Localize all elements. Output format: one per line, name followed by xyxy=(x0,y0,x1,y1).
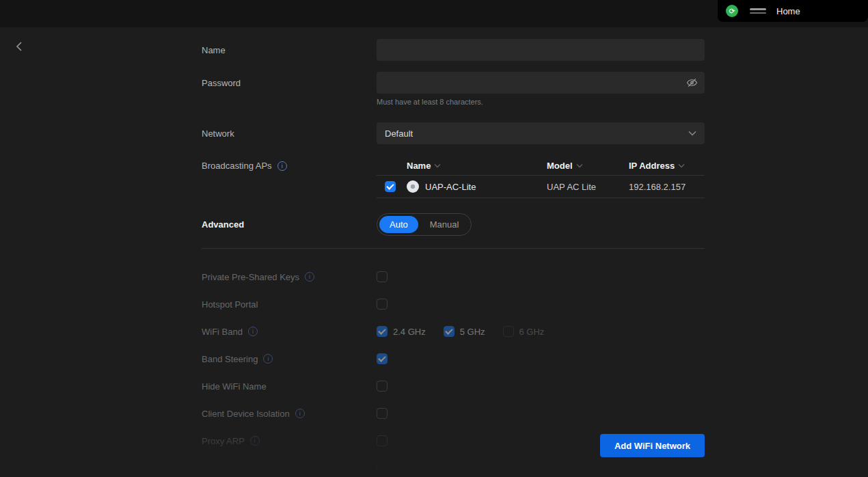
broadcasting-aps-label: Broadcasting APs xyxy=(202,161,272,171)
add-wifi-network-button[interactable]: Add WiFi Network xyxy=(600,434,705,457)
band-5ghz-checkbox[interactable] xyxy=(444,326,455,337)
name-label: Name xyxy=(202,45,226,55)
band-steering-checkbox[interactable] xyxy=(377,353,388,364)
band-5ghz: 5 GHz xyxy=(444,326,485,337)
private-psk-checkbox[interactable] xyxy=(377,271,388,282)
password-input[interactable] xyxy=(377,72,705,94)
wifi-band-options: 2.4 GHz 5 GHz 6 GHz xyxy=(377,326,562,337)
toggle-label: Hotspot Portal xyxy=(202,299,258,310)
ap-name: UAP-AC-Lite xyxy=(425,182,476,192)
password-hint: Must have at least 8 characters. xyxy=(377,98,705,106)
password-label: Password xyxy=(202,78,241,88)
access-point-icon xyxy=(407,180,419,193)
toggle-row-wifi-band: WiFi Band i 2.4 GHz 5 GHz 6 GHz xyxy=(202,318,705,345)
toggle-label: WiFi Band xyxy=(202,327,243,337)
sort-chevron-icon xyxy=(434,163,441,168)
info-icon[interactable]: i xyxy=(295,409,305,418)
info-icon[interactable]: i xyxy=(305,272,314,282)
partial-row-checkbox[interactable] xyxy=(377,463,388,474)
ap-ip-address: 192.168.2.157 xyxy=(629,182,686,192)
advanced-row: Advanced Auto Manual xyxy=(202,212,705,236)
toggle-label: Band Steering xyxy=(202,354,258,364)
info-icon[interactable]: i xyxy=(277,161,287,171)
ap-model: UAP AC Lite xyxy=(547,182,596,192)
client-isolation-checkbox[interactable] xyxy=(377,408,388,419)
back-button[interactable] xyxy=(12,38,27,57)
hotspot-portal-checkbox[interactable] xyxy=(377,299,388,310)
info-icon[interactable]: i xyxy=(250,436,260,446)
toggle-label: Proxy ARP xyxy=(202,436,245,446)
info-icon[interactable]: i xyxy=(248,327,258,336)
advanced-manual-option[interactable]: Manual xyxy=(420,216,470,233)
name-input[interactable] xyxy=(377,39,705,61)
wifi-network-form: Name Password xyxy=(202,39,705,477)
band-24ghz: 2.4 GHz xyxy=(377,326,426,337)
settings-content: Name Password xyxy=(0,27,868,477)
advanced-label: Advanced xyxy=(202,219,244,230)
console-switcher[interactable]: ⟳ Home xyxy=(718,0,868,22)
console-device-icon xyxy=(749,8,767,14)
toggle-label: Client Device Isolation xyxy=(202,409,290,419)
sort-chevron-icon xyxy=(576,163,583,168)
ap-table-header: Name Model xyxy=(377,156,705,176)
toggle-row-band-steering: Band Steering i xyxy=(202,345,705,372)
toggle-label: Private Pre-Shared Keys xyxy=(202,272,299,282)
toggle-row-partial xyxy=(202,454,705,477)
info-icon[interactable]: i xyxy=(263,354,273,364)
toggle-row-client-isolation: Client Device Isolation i xyxy=(202,400,705,427)
chevron-down-icon xyxy=(688,131,696,136)
network-row: Network Default xyxy=(202,122,705,144)
band-6ghz-checkbox[interactable] xyxy=(503,326,514,337)
ap-row-checkbox[interactable] xyxy=(385,181,396,192)
ap-table: Name Model xyxy=(377,156,705,198)
band-6ghz: 6 GHz xyxy=(503,326,545,337)
hide-wifi-name-checkbox[interactable] xyxy=(377,381,388,392)
console-name: Home xyxy=(776,6,800,16)
sort-chevron-icon xyxy=(678,163,685,168)
proxy-arp-checkbox[interactable] xyxy=(377,435,388,446)
network-select[interactable]: Default xyxy=(377,122,705,144)
advanced-mode-segmented-control: Auto Manual xyxy=(377,213,472,236)
column-header-ip-address[interactable]: IP Address xyxy=(629,161,705,171)
password-row: Password xyxy=(202,72,705,94)
band-24ghz-checkbox[interactable] xyxy=(377,326,388,337)
band-label: 5 GHz xyxy=(460,327,485,337)
toggle-row-hide-wifi-name: Hide WiFi Name xyxy=(202,372,705,400)
chevron-left-icon xyxy=(15,41,25,52)
network-selected-value: Default xyxy=(385,128,413,139)
network-label: Network xyxy=(202,128,234,139)
section-divider xyxy=(202,248,705,249)
column-header-model[interactable]: Model xyxy=(547,161,629,171)
toggle-row-private-psk: Private Pre-Shared Keys i xyxy=(202,263,705,290)
toggle-password-visibility-button[interactable] xyxy=(685,76,699,90)
band-label: 6 GHz xyxy=(519,327,545,337)
toggle-label: Hide WiFi Name xyxy=(202,381,267,392)
console-status-icon: ⟳ xyxy=(726,5,738,17)
toggle-row-hotspot-portal: Hotspot Portal xyxy=(202,290,705,318)
eye-off-icon xyxy=(686,77,698,89)
band-label: 2.4 GHz xyxy=(393,327,426,337)
name-row: Name xyxy=(202,39,705,61)
broadcasting-aps-row: Broadcasting APs i Name xyxy=(202,156,705,198)
table-row: UAP-AC-Lite UAP AC Lite 192.168.2.157 xyxy=(377,176,705,198)
advanced-auto-option[interactable]: Auto xyxy=(379,216,418,233)
topbar: ⟳ Home xyxy=(0,0,868,27)
column-header-name[interactable]: Name xyxy=(407,161,441,171)
